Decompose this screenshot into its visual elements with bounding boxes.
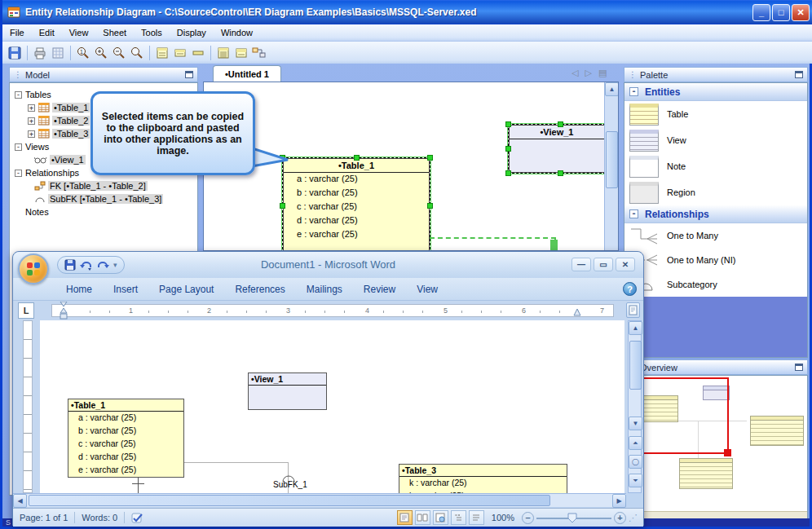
selection-handle[interactable] [505,146,511,152]
collapse-icon[interactable]: - [15,170,22,177]
menu-edit[interactable]: Edit [32,25,62,40]
ribbon-tab-review[interactable]: Review [353,280,406,299]
collapse-all-button[interactable] [232,44,250,62]
collapse-group-icon[interactable]: - [629,209,638,218]
word-minimize-button[interactable]: — [571,258,591,271]
palette-group-entities[interactable]: - Entities [624,83,807,101]
left-indent-marker[interactable] [59,302,68,321]
tab-stop-selector[interactable]: L [18,302,34,319]
scroll-right-icon[interactable]: ▶ [612,494,626,508]
palette-item-one-to-many-ni[interactable]: One to Many (NI) [624,248,807,272]
expand-icon[interactable]: + [28,104,35,112]
er-maximize-button[interactable]: □ [772,4,790,21]
collapse-group-icon[interactable]: - [629,87,638,96]
palette-item-table[interactable]: Table [624,101,807,127]
fk-connector-line[interactable] [430,237,556,239]
canvas-view1-entity[interactable]: •View_1 [509,125,605,173]
tree-node-subfk[interactable]: SubFK [•Table_1 - •Table_3] [34,192,196,205]
outline-view-button[interactable] [451,510,466,525]
selection-handle[interactable] [354,155,360,161]
word-help-button[interactable]: ? [623,282,637,296]
browse-object-button[interactable]: ◯ [629,455,642,469]
tab-next-icon[interactable]: ▷ [585,68,591,78]
zoom-slider[interactable] [536,512,611,524]
ribbon-tab-references[interactable]: References [224,280,295,299]
menu-sheet[interactable]: Sheet [95,25,134,40]
canvas-vscrollbar[interactable]: ▲ [604,82,618,251]
canvas-table1-entity[interactable]: •Table_1 a : varchar (25) b : varchar (2… [283,158,430,251]
tab-prev-icon[interactable]: ◁ [571,68,578,78]
web-layout-view-button[interactable] [433,510,448,525]
overview-panel-body[interactable] [624,375,808,522]
ruler-toggle-button[interactable] [626,302,640,318]
right-indent-marker[interactable] [572,309,582,317]
overview-viewport-handle[interactable] [724,449,731,456]
word-hscrollbar[interactable]: ◀ ▶ [13,493,626,507]
zoom-percentage[interactable]: 100% [492,513,514,522]
zoom-in-button[interactable] [92,44,110,62]
print-preview-button[interactable] [49,44,67,62]
menu-display[interactable]: Display [170,25,214,40]
word-close-button[interactable]: ✕ [616,258,635,271]
float-panel-icon[interactable] [795,364,803,371]
expand-icon[interactable]: + [28,117,35,125]
document-page[interactable]: •Table_1 a : varchar (25) b : varchar (2… [40,320,624,493]
scroll-up-icon[interactable]: ▲ [605,82,619,96]
previous-page-button[interactable]: ⏶ [629,436,642,450]
menu-view[interactable]: View [62,25,96,40]
zoom-100-button[interactable]: 1 [74,44,92,62]
selection-handle[interactable] [558,170,563,176]
zoom-out-button[interactable] [110,44,128,62]
save-button[interactable] [6,44,24,62]
selection-handle[interactable] [280,203,285,209]
palette-item-one-to-many[interactable]: One to Many [624,223,807,248]
selection-handle[interactable] [558,121,563,127]
menu-file[interactable]: File [2,25,32,40]
float-panel-icon[interactable] [795,71,803,78]
word-hscroll-thumb[interactable] [29,495,550,506]
menu-tools[interactable]: Tools [134,25,170,40]
er-close-button[interactable]: ✕ [792,4,810,21]
selection-handle[interactable] [505,170,511,176]
zoom-out-button[interactable]: – [522,512,534,524]
print-layout-view-button[interactable] [397,510,413,525]
word-maximize-button[interactable]: ▭ [594,258,613,271]
zoom-in-button[interactable]: + [614,512,626,524]
palette-item-subcategory[interactable]: Subcategory [624,272,807,297]
diagram-tab-untitled1[interactable]: •Untitled 1 [213,65,281,82]
word-vscroll-thumb[interactable] [629,341,642,390]
canvas-vscroll-thumb[interactable] [606,131,618,188]
selection-handle[interactable] [427,203,433,209]
palette-item-view[interactable]: View [624,127,807,153]
palette-item-note[interactable]: Note [624,153,807,179]
ribbon-tab-view[interactable]: View [406,280,448,299]
horizontal-ruler[interactable]: 1 2 3 4 5 6 7 [51,304,614,317]
collapse-icon[interactable]: - [15,143,22,151]
zoom-tool-button[interactable] [128,44,146,62]
ribbon-tab-insert[interactable]: Insert [103,280,148,299]
word-vscrollbar[interactable]: ▲ ▼ ⏶ ◯ ⏷ [628,320,642,493]
ribbon-tab-page-layout[interactable]: Page Layout [148,280,224,299]
vertical-ruler[interactable] [23,320,33,493]
page-indicator[interactable]: Page: 1 of 1 [20,513,68,522]
ribbon-tab-home[interactable]: Home [55,280,103,299]
collapse-icon[interactable]: - [15,91,22,99]
display-keys-button[interactable] [171,44,189,62]
tree-node-notes[interactable]: Notes [15,205,196,218]
palette-group-relationships[interactable]: - Relationships [624,205,807,223]
draft-view-button[interactable] [469,510,484,525]
menu-window[interactable]: Window [214,25,260,40]
spellcheck-icon[interactable] [131,512,144,523]
palette-item-region[interactable]: Region [624,179,807,205]
expand-icon[interactable]: + [28,130,35,138]
selection-handle[interactable] [427,155,433,161]
next-page-button[interactable]: ⏷ [629,474,642,487]
scroll-up-icon[interactable]: ▲ [629,321,642,335]
resize-grip[interactable]: ⋰ [629,513,638,523]
er-minimize-button[interactable]: _ [752,4,770,21]
relationship-layout-button[interactable] [250,44,268,62]
ribbon-tab-mailings[interactable]: Mailings [296,280,353,299]
zoom-slider-thumb[interactable] [567,513,577,523]
scroll-down-icon[interactable]: ▼ [629,417,642,430]
float-panel-icon[interactable] [185,71,193,78]
